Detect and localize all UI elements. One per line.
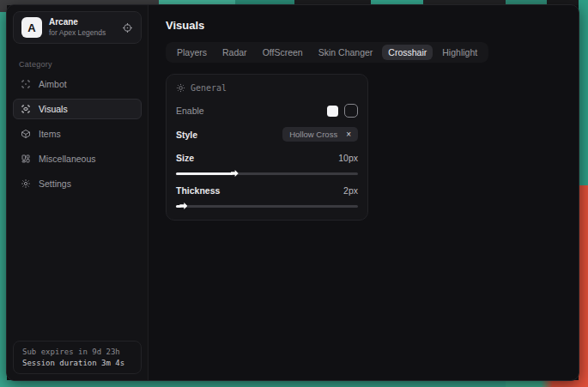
enable-row: Enable [176,104,358,118]
tab-bar: Players Radar OffScreen Skin Changer Cro… [166,42,488,63]
panel-title: General [191,83,227,93]
thickness-label: Thickness [176,185,220,196]
session-duration-text: Session duration 3m 4s [22,359,132,367]
main-content: Visuals Players Radar OffScreen Skin Cha… [149,5,579,380]
page-title: Visuals [166,19,567,32]
color-swatch[interactable] [327,106,338,117]
sidebar-item-label: Settings [39,178,71,189]
app-window: A Arcane for Apex Legends Category [6,4,579,381]
tab-skin-changer[interactable]: Skin Changer [312,45,379,60]
thickness-value: 2px [343,185,358,196]
size-value: 10px [338,153,358,163]
thickness-row: Thickness 2px [176,185,358,196]
sidebar-item-visuals[interactable]: Visuals [13,99,142,119]
size-row: Size 10px [176,153,358,163]
size-slider-thumb[interactable] [231,170,239,177]
sub-expires-text: Sub expires in 9d 23h [22,348,132,356]
subscription-info-card: Sub expires in 9d 23h Session duration 3… [13,341,142,374]
style-dropdown[interactable]: Hollow Cross × [282,127,358,142]
size-label: Size [176,153,194,163]
box-icon [21,129,31,139]
size-slider-fill [176,172,233,175]
desktop-right-strip [579,0,588,387]
close-icon[interactable]: × [346,130,351,139]
sidebar-item-items[interactable]: Items [13,124,142,144]
gear-icon [21,178,31,189]
thickness-slider[interactable] [176,203,358,209]
sidebar-item-settings[interactable]: Settings [13,173,142,194]
general-panel: General Enable Style Hollow Cross × [166,74,368,221]
sidebar-item-label: Aimbot [39,79,67,89]
style-value: Hollow Cross [289,130,337,139]
sidebar-item-label: Miscellaneous [39,154,96,164]
desktop: A Arcane for Apex Legends Category [0,0,588,387]
desktop-bottom-strip [0,380,588,387]
target-icon[interactable] [122,22,133,33]
sidebar-item-aimbot[interactable]: Aimbot [13,74,142,94]
tab-crosshair[interactable]: Crosshair [382,45,433,60]
category-label: Category [19,60,148,69]
size-slider[interactable] [176,170,358,177]
sidebar: A Arcane for Apex Legends Category [7,5,149,380]
thickness-slider-track [176,205,358,208]
sidebar-menu: Aimbot Visuals [7,74,148,194]
sidebar-item-miscellaneous[interactable]: Miscellaneous [13,148,142,169]
tab-highlight[interactable]: Highlight [436,45,483,60]
enable-label: Enable [176,106,204,116]
eye-scan-icon [21,104,31,114]
style-row: Style Hollow Cross × [176,127,358,142]
enable-checkbox[interactable] [344,104,358,118]
thickness-slider-thumb[interactable] [179,203,187,209]
tab-radar[interactable]: Radar [216,45,253,60]
sidebar-item-label: Visuals [39,104,68,114]
app-subtitle: for Apex Legends [49,28,115,38]
tab-offscreen[interactable]: OffScreen [257,45,309,60]
app-name: Arcane [49,17,115,28]
panel-header: General [176,83,358,93]
logo-card: A Arcane for Apex Legends [13,11,142,44]
crosshair-icon [21,79,31,89]
app-logo: A [21,17,42,38]
sun-gear-icon [176,83,185,93]
sidebar-item-label: Items [39,129,61,139]
layout-grid-icon [21,154,31,164]
style-label: Style [176,130,197,140]
tab-players[interactable]: Players [171,45,213,60]
